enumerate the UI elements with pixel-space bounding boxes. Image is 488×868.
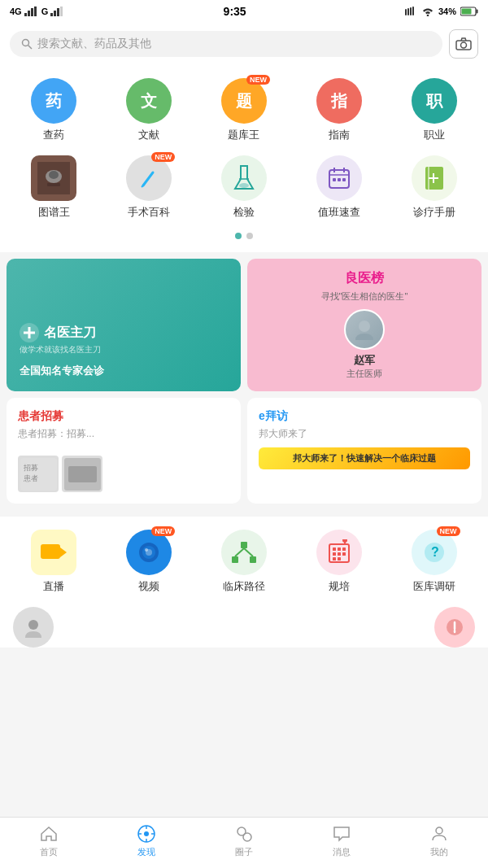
discover-icon bbox=[137, 824, 156, 844]
icon-atlas[interactable]: 图谱王 bbox=[13, 155, 94, 220]
svg-point-68 bbox=[144, 831, 149, 836]
svg-rect-59 bbox=[342, 552, 346, 556]
svg-point-22 bbox=[49, 171, 59, 179]
network-type2: G bbox=[41, 7, 49, 16]
nav-discover[interactable]: 发现 bbox=[114, 824, 179, 858]
teaser-avatar-1 bbox=[13, 607, 54, 648]
card-evisit[interactable]: e拜访 邦大师来了 邦大师来了！快速解决一个临床过题 bbox=[247, 398, 481, 504]
svg-rect-14 bbox=[477, 10, 478, 14]
card4-subtitle: 邦大师来了 bbox=[259, 427, 470, 441]
svg-point-47 bbox=[145, 548, 148, 552]
svg-text:招募: 招募 bbox=[23, 464, 38, 472]
svg-point-75 bbox=[436, 827, 442, 834]
svg-rect-61 bbox=[338, 557, 341, 560]
nav-home-label: 首页 bbox=[40, 846, 58, 858]
svg-point-19 bbox=[461, 42, 467, 48]
svg-point-16 bbox=[23, 40, 29, 46]
dot-1 bbox=[235, 233, 242, 239]
card3-images: 招募 患者 bbox=[18, 456, 229, 492]
icon-guide[interactable]: 指 指南 bbox=[298, 78, 380, 142]
card-famous-doctor[interactable]: 名医主刀 做学术就该找名医主刀 全国知名专家会诊 bbox=[7, 259, 241, 391]
schedule-label: 值班速查 bbox=[318, 205, 360, 220]
nav-home[interactable]: 首页 bbox=[16, 824, 81, 858]
nav-discover-label: 发现 bbox=[137, 846, 155, 858]
literature-label: 文献 bbox=[138, 128, 159, 142]
camera-button[interactable] bbox=[449, 29, 478, 59]
atlas-label: 图谱王 bbox=[38, 205, 70, 220]
search-input[interactable]: 搜索文献、药品及其他 bbox=[10, 31, 442, 57]
svg-rect-56 bbox=[342, 547, 346, 551]
svg-point-36 bbox=[359, 321, 370, 332]
card-grid: 名医主刀 做学术就该找名医主刀 全国知名专家会诊 良医榜 寻找"医生相信的医生"… bbox=[0, 252, 488, 510]
career-label: 职业 bbox=[424, 128, 445, 142]
recruit-image-1: 招募 患者 bbox=[18, 456, 59, 492]
nav-circle[interactable]: 圈子 bbox=[211, 824, 277, 858]
svg-rect-60 bbox=[333, 557, 336, 560]
svg-rect-5 bbox=[54, 11, 56, 16]
icon-drug[interactable]: 药 查药 bbox=[13, 78, 94, 142]
battery-level: 34% bbox=[438, 7, 456, 16]
question-bank-label: 题库王 bbox=[228, 128, 259, 142]
nav-message[interactable]: 消息 bbox=[309, 824, 374, 858]
svg-point-65 bbox=[28, 620, 38, 630]
card3-subtitle: 患者招募：招募... bbox=[18, 427, 229, 441]
icon-schedule[interactable]: 值班速查 bbox=[298, 155, 380, 220]
nav-profile[interactable]: 我的 bbox=[407, 824, 472, 858]
card4-title: e拜访 bbox=[259, 409, 470, 424]
svg-rect-3 bbox=[34, 7, 37, 16]
card3-title: 患者招募 bbox=[18, 409, 229, 424]
new-badge: NEW bbox=[246, 75, 270, 85]
svg-rect-57 bbox=[333, 552, 336, 556]
guide-icon: 指 bbox=[316, 78, 362, 124]
research-icon: ? NEW bbox=[412, 530, 457, 575]
surgery-icon: NEW bbox=[126, 155, 172, 201]
card-patient-recruit[interactable]: 患者招募 患者招募：招募... 招募 患者 bbox=[7, 398, 241, 504]
icon-lab[interactable]: 检验 bbox=[203, 155, 285, 220]
icon-surgery[interactable]: NEW 手术百科 bbox=[108, 155, 190, 220]
teaser-icon-red bbox=[434, 607, 475, 648]
search-placeholder: 搜索文献、药品及其他 bbox=[37, 37, 151, 51]
icon-live[interactable]: 直播 bbox=[13, 530, 94, 594]
icon-question-bank[interactable]: 题 NEW 题库王 bbox=[203, 78, 285, 142]
cross-icon bbox=[20, 323, 39, 342]
clinical-path-icon bbox=[221, 530, 267, 575]
literature-icon: 文 bbox=[126, 78, 172, 124]
svg-line-17 bbox=[28, 46, 33, 50]
icon-video[interactable]: NEW 视频 bbox=[108, 530, 190, 594]
svg-rect-50 bbox=[250, 556, 256, 563]
icon-career[interactable]: 职 职业 bbox=[394, 78, 475, 142]
bottom-nav: 首页 发现 圈子 消息 我的 bbox=[0, 817, 488, 868]
svg-rect-23 bbox=[47, 183, 60, 186]
home-icon bbox=[39, 824, 59, 844]
svg-rect-58 bbox=[338, 552, 341, 556]
svg-rect-55 bbox=[338, 547, 341, 551]
svg-marker-43 bbox=[60, 547, 67, 557]
icon-clinical-path[interactable]: 临床路径 bbox=[203, 530, 285, 594]
recruit-image-2 bbox=[62, 456, 102, 492]
video-label: 视频 bbox=[138, 579, 159, 594]
svg-rect-15 bbox=[462, 9, 472, 15]
signal-info: 4G G bbox=[10, 7, 65, 16]
card-good-doctor[interactable]: 良医榜 寻找"医生相信的医生" 赵军 主任医师 bbox=[247, 259, 481, 391]
search-bar: 搜索文献、药品及其他 bbox=[0, 23, 488, 65]
card1-subtitle: 做学术就该找名医主刀 bbox=[20, 344, 101, 355]
icon-training[interactable]: 规培 bbox=[298, 530, 380, 594]
icon-row-2: 图谱王 NEW 手术百科 bbox=[0, 155, 488, 233]
svg-point-12 bbox=[427, 15, 429, 16]
svg-rect-8 bbox=[405, 9, 407, 15]
svg-point-62 bbox=[342, 539, 347, 543]
lab-label: 检验 bbox=[233, 205, 255, 220]
icon-research[interactable]: ? NEW 医库调研 bbox=[394, 530, 475, 594]
icon-literature[interactable]: 文 文献 bbox=[108, 78, 190, 142]
search-icon bbox=[21, 38, 33, 50]
manual-icon bbox=[412, 155, 457, 201]
svg-rect-11 bbox=[412, 7, 414, 15]
svg-rect-4 bbox=[50, 13, 53, 16]
svg-rect-42 bbox=[41, 544, 60, 559]
evisit-banner: 邦大师来了！快速解决一个临床过题 bbox=[259, 447, 470, 469]
svg-point-74 bbox=[243, 833, 251, 841]
atlas-icon bbox=[31, 155, 76, 201]
icon-manual[interactable]: 诊疗手册 bbox=[394, 155, 475, 220]
svg-point-25 bbox=[239, 183, 249, 188]
banner-text: 邦大师来了！快速解决一个临床过题 bbox=[293, 453, 436, 463]
